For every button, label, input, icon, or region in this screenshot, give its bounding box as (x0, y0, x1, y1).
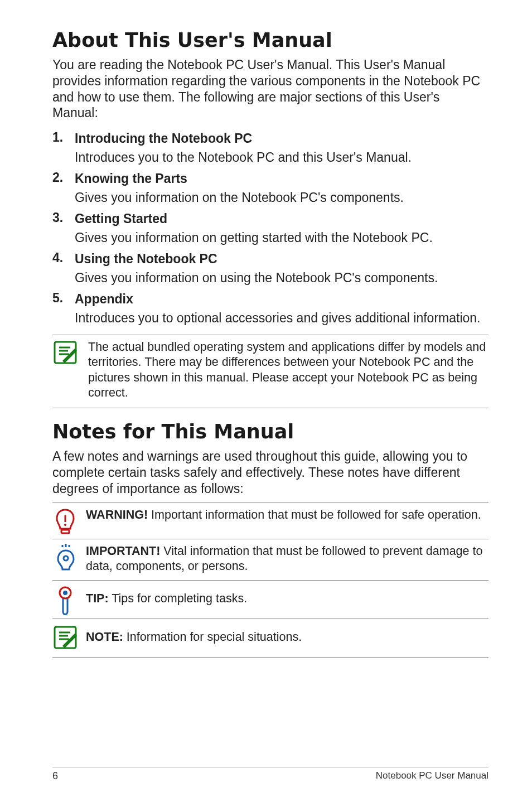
notes-intro-paragraph: A few notes and warnings are used throug… (52, 448, 489, 497)
section-desc: Gives you information on using the Noteb… (75, 270, 489, 287)
section-item: Using the Notebook PC Gives you informat… (52, 250, 489, 287)
svg-point-6 (63, 591, 67, 595)
important-icon (52, 544, 78, 569)
sections-list: Introducing the Notebook PC Introduces y… (52, 130, 489, 327)
warning-text: WARNING! Important information that must… (86, 508, 489, 533)
note-text: NOTE: Information for special situations… (86, 630, 489, 645)
tip-body: Tips for completing tasks. (109, 592, 248, 605)
page-content: About This User's Manual You are reading… (0, 0, 532, 680)
svg-point-3 (64, 524, 66, 526)
section-desc: Introduces you to optional accessories a… (75, 310, 489, 327)
important-callout: IMPORTANT! Vital information that must b… (52, 539, 489, 581)
page-number: 6 (52, 770, 58, 782)
important-text: IMPORTANT! Vital information that must b… (86, 544, 489, 574)
tip-text: TIP: Tips for completing tasks. (86, 591, 489, 607)
section-item: Appendix Introduces you to optional acce… (52, 291, 489, 327)
heading-notes: Notes for This Manual (52, 421, 489, 443)
section-desc: Gives you information on the Notebook PC… (75, 190, 489, 206)
section-title: Getting Started (75, 210, 489, 228)
warning-callout: WARNING! Important information that must… (52, 503, 489, 539)
tip-label: TIP: (86, 592, 109, 605)
tip-callout: TIP: Tips for completing tasks. (52, 581, 489, 619)
note-icon (52, 340, 78, 365)
intro-paragraph: You are reading the Notebook PC User's M… (52, 57, 489, 121)
page-footer: 6 Notebook PC User Manual (52, 767, 489, 782)
section-item: Getting Started Gives you information on… (52, 210, 489, 247)
svg-rect-1 (61, 530, 69, 533)
heading-about: About This User's Manual (52, 29, 489, 51)
section-title: Introducing the Notebook PC (75, 130, 489, 147)
note-callout-text: The actual bundled operating system and … (88, 340, 489, 401)
note-callout: The actual bundled operating system and … (52, 335, 489, 408)
important-label: IMPORTANT! (86, 544, 160, 558)
section-title: Appendix (75, 291, 489, 308)
tip-icon (52, 586, 78, 612)
footer-title: Notebook PC User Manual (376, 770, 489, 782)
note-body: Information for special situations. (123, 630, 302, 644)
note-callout-2: NOTE: Information for special situations… (52, 619, 489, 658)
section-desc: Gives you information on getting started… (75, 230, 489, 247)
warning-body: Important information that must be follo… (148, 508, 481, 521)
section-desc: Introduces you to the Notebook PC and th… (75, 149, 489, 166)
note-label: NOTE: (86, 630, 123, 644)
warning-icon (52, 508, 78, 533)
section-item: Knowing the Parts Gives you information … (52, 170, 489, 206)
note-icon (52, 625, 78, 650)
svg-point-4 (64, 556, 68, 561)
section-title: Using the Notebook PC (75, 250, 489, 268)
warning-label: WARNING! (86, 508, 148, 521)
section-title: Knowing the Parts (75, 170, 489, 187)
callout-stack: WARNING! Important information that must… (52, 503, 489, 658)
section-item: Introducing the Notebook PC Introduces y… (52, 130, 489, 166)
